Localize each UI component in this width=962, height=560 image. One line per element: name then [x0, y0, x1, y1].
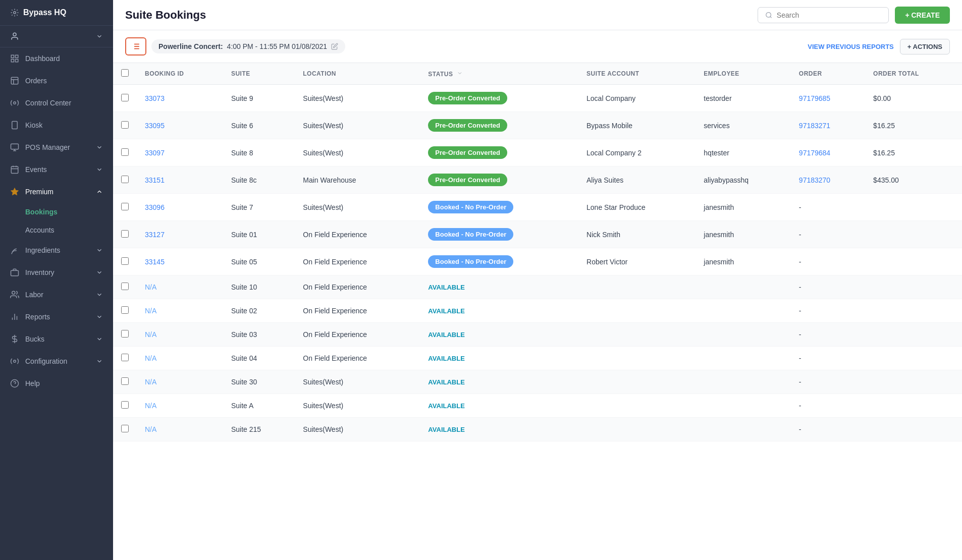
- booking-id-link[interactable]: 33073: [145, 94, 165, 102]
- table-row: N/ASuite 04On Field ExperienceAVAILABLE-: [113, 347, 962, 370]
- cell-booking-id[interactable]: N/A: [137, 394, 223, 418]
- search-input[interactable]: [777, 11, 882, 19]
- cell-booking-id[interactable]: N/A: [137, 323, 223, 347]
- sidebar-item-configuration[interactable]: Configuration: [0, 350, 113, 372]
- sidebar-item-premium[interactable]: Premium: [0, 181, 113, 203]
- sidebar-item-inventory[interactable]: Inventory: [0, 261, 113, 284]
- cell-status: Booked - No Pre-Order: [420, 248, 578, 275]
- sidebar-item-ingredients[interactable]: Ingredients: [0, 239, 113, 261]
- cell-order[interactable]: 97179685: [791, 85, 865, 112]
- cell-suite: Suite 7: [223, 194, 295, 221]
- create-button[interactable]: + CREATE: [895, 7, 950, 24]
- cell-booking-id[interactable]: N/A: [137, 347, 223, 370]
- reports-icon: [10, 312, 19, 321]
- row-checkbox[interactable]: [121, 148, 129, 156]
- cell-booking-id[interactable]: 33096: [137, 194, 223, 221]
- cell-location: On Field Experience: [295, 299, 420, 323]
- sidebar-item-reports[interactable]: Reports: [0, 306, 113, 328]
- booking-id-link[interactable]: 33145: [145, 258, 165, 266]
- cell-booking-id[interactable]: N/A: [137, 299, 223, 323]
- order-link[interactable]: 97183271: [799, 122, 830, 130]
- filter-button[interactable]: [125, 37, 146, 55]
- cell-booking-id[interactable]: 33151: [137, 166, 223, 194]
- search-box[interactable]: [758, 7, 889, 23]
- cell-booking-id[interactable]: 33127: [137, 221, 223, 248]
- cell-order[interactable]: 97179684: [791, 139, 865, 166]
- cell-status: Pre-Order Converted: [420, 166, 578, 194]
- status-badge-pre-order: Pre-Order Converted: [428, 92, 507, 104]
- cell-location: On Field Experience: [295, 248, 420, 275]
- actions-button[interactable]: + ACTIONS: [900, 39, 950, 54]
- row-checkbox[interactable]: [121, 306, 129, 314]
- order-link[interactable]: 97179685: [799, 94, 830, 102]
- cell-suite-account: Lone Star Produce: [578, 194, 696, 221]
- sidebar-logo[interactable]: Bypass HQ: [0, 0, 113, 26]
- sidebar-user[interactable]: [0, 26, 113, 47]
- help-icon: [10, 379, 19, 388]
- row-checkbox[interactable]: [121, 230, 129, 238]
- row-checkbox[interactable]: [121, 176, 129, 183]
- event-name: Powerline Concert:: [158, 42, 223, 50]
- svg-rect-15: [11, 166, 18, 174]
- sidebar-item-dashboard[interactable]: Dashboard: [0, 47, 113, 70]
- status-badge-available: AVAILABLE: [428, 307, 464, 315]
- cell-booking-id[interactable]: 33095: [137, 112, 223, 139]
- sidebar-item-orders[interactable]: Orders: [0, 70, 113, 92]
- sidebar-sub-item-accounts[interactable]: Accounts: [0, 221, 113, 239]
- cell-suite-account: [578, 347, 696, 370]
- sidebar-item-orders-label: Orders: [25, 77, 47, 85]
- cell-order[interactable]: 97183271: [791, 112, 865, 139]
- sidebar-item-help[interactable]: Help: [0, 372, 113, 395]
- row-checkbox[interactable]: [121, 377, 129, 385]
- view-previous-reports-link[interactable]: VIEW PREVIOUS REPORTS: [808, 43, 893, 50]
- sidebar-item-control-center[interactable]: Control Center: [0, 92, 113, 114]
- sidebar-item-labor[interactable]: Labor: [0, 284, 113, 306]
- svg-line-30: [770, 16, 772, 18]
- svg-point-9: [14, 102, 16, 104]
- cell-employee: [696, 299, 791, 323]
- select-all-checkbox[interactable]: [121, 69, 129, 77]
- row-checkbox[interactable]: [121, 203, 129, 210]
- sidebar-sub-item-bookings[interactable]: Bookings: [0, 203, 113, 221]
- sidebar-item-kiosk[interactable]: Kiosk: [0, 114, 113, 136]
- sidebar-item-pos-manager[interactable]: POS Manager: [0, 136, 113, 158]
- cell-booking-id[interactable]: 33097: [137, 139, 223, 166]
- cell-booking-id[interactable]: N/A: [137, 370, 223, 394]
- cell-booking-id[interactable]: 33145: [137, 248, 223, 275]
- edit-icon[interactable]: [331, 43, 338, 50]
- cell-order-total: [865, 370, 962, 394]
- sidebar-item-bucks[interactable]: Bucks: [0, 328, 113, 350]
- cell-booking-id[interactable]: N/A: [137, 418, 223, 441]
- cell-status: AVAILABLE: [420, 299, 578, 323]
- bucks-icon: [10, 334, 19, 344]
- row-checkbox[interactable]: [121, 283, 129, 290]
- order-link[interactable]: 97179684: [799, 149, 830, 157]
- row-checkbox[interactable]: [121, 330, 129, 338]
- row-checkbox[interactable]: [121, 257, 129, 265]
- booking-id-link[interactable]: 33127: [145, 231, 165, 239]
- cell-booking-id[interactable]: 33073: [137, 85, 223, 112]
- sidebar-item-events[interactable]: Events: [0, 158, 113, 181]
- cell-order: -: [791, 248, 865, 275]
- sidebar-item-dashboard-label: Dashboard: [25, 54, 60, 63]
- booking-id-link[interactable]: 33096: [145, 203, 165, 211]
- cell-order: -: [791, 418, 865, 441]
- search-icon: [765, 11, 772, 19]
- order-link[interactable]: 97183270: [799, 176, 830, 184]
- cell-suite: Suite 8c: [223, 166, 295, 194]
- table-row: 33095Suite 6Suites(West)Pre-Order Conver…: [113, 112, 962, 139]
- bookings-table-container: BOOKING ID SUITE LOCATION STATUS SUITE A…: [113, 63, 962, 560]
- row-checkbox[interactable]: [121, 94, 129, 101]
- row-checkbox[interactable]: [121, 354, 129, 361]
- status-badge-pre-order: Pre-Order Converted: [428, 119, 507, 132]
- row-checkbox[interactable]: [121, 121, 129, 129]
- booking-id-link[interactable]: 33151: [145, 176, 165, 184]
- cell-order[interactable]: 97183270: [791, 166, 865, 194]
- cell-location: Suites(West): [295, 85, 420, 112]
- booking-id-link[interactable]: 33097: [145, 149, 165, 157]
- cell-booking-id[interactable]: N/A: [137, 275, 223, 299]
- row-checkbox[interactable]: [121, 401, 129, 409]
- booking-id-link[interactable]: 33095: [145, 122, 165, 130]
- col-status[interactable]: STATUS: [420, 63, 578, 85]
- row-checkbox[interactable]: [121, 425, 129, 432]
